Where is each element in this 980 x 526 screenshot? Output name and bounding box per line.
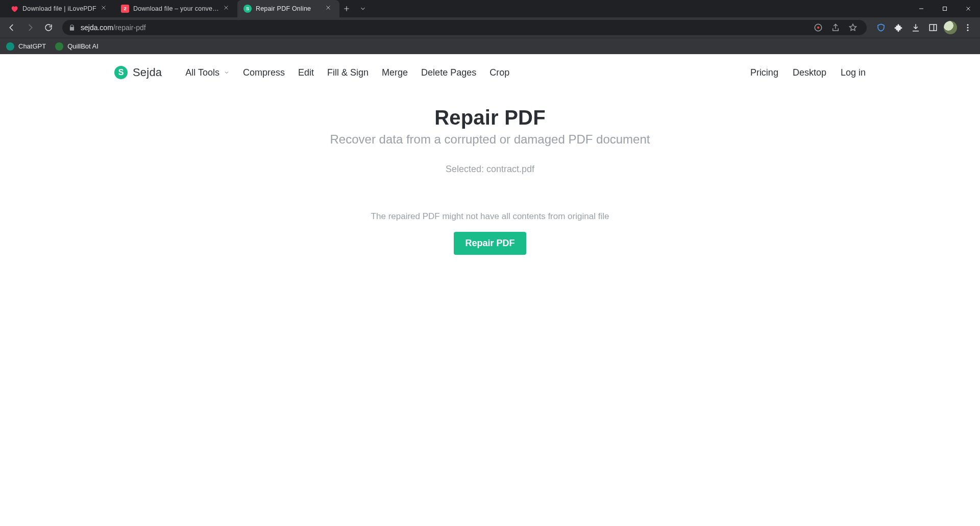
share-icon[interactable] bbox=[828, 20, 843, 35]
window-controls bbox=[910, 0, 980, 17]
svg-text:S: S bbox=[246, 6, 249, 11]
forward-button[interactable] bbox=[22, 20, 38, 35]
bookmarks-bar: ChatGPT QuillBot AI bbox=[0, 38, 980, 54]
close-window-button[interactable] bbox=[957, 0, 980, 17]
nav-desktop[interactable]: Desktop bbox=[793, 67, 826, 78]
url-host: sejda.com bbox=[81, 23, 113, 32]
nav-login[interactable]: Log in bbox=[841, 67, 866, 78]
page-content: S Sejda All Tools Compress Edit Fill & S… bbox=[0, 54, 980, 526]
profile-avatar[interactable] bbox=[942, 19, 959, 36]
svg-point-6 bbox=[817, 27, 820, 29]
svg-point-11 bbox=[967, 30, 969, 31]
svg-rect-7 bbox=[929, 25, 937, 31]
selected-file-label: Selected: contract.pdf bbox=[0, 164, 980, 175]
reload-button[interactable] bbox=[41, 20, 56, 35]
primary-nav: All Tools Compress Edit Fill & Sign Merg… bbox=[185, 67, 509, 78]
heart-icon bbox=[10, 5, 18, 13]
brand-name: Sejda bbox=[133, 66, 162, 79]
cta-row: Repair PDF bbox=[0, 232, 980, 255]
toolbar-right bbox=[873, 19, 976, 36]
nav-merge[interactable]: Merge bbox=[382, 67, 408, 78]
google-lens-icon[interactable] bbox=[811, 20, 826, 35]
address-bar[interactable]: sejda.com/repair-pdf bbox=[62, 20, 867, 35]
extensions-icon[interactable] bbox=[890, 19, 906, 36]
tab-strip: Download file | iLovePDF 2 Download file… bbox=[0, 0, 354, 17]
side-panel-icon[interactable] bbox=[925, 19, 941, 36]
nav-crop[interactable]: Crop bbox=[489, 67, 509, 78]
downloads-icon[interactable] bbox=[908, 19, 924, 36]
sejda-logo-icon: S bbox=[114, 66, 128, 79]
site-header: S Sejda All Tools Compress Edit Fill & S… bbox=[102, 54, 878, 91]
secondary-nav: Pricing Desktop Log in bbox=[750, 67, 866, 78]
nav-edit[interactable]: Edit bbox=[298, 67, 314, 78]
svg-point-10 bbox=[967, 27, 969, 29]
svg-rect-4 bbox=[943, 7, 947, 11]
new-tab-button[interactable] bbox=[339, 0, 354, 17]
sejda-icon: S bbox=[243, 5, 252, 13]
shield-icon[interactable] bbox=[873, 19, 889, 36]
close-icon[interactable] bbox=[325, 5, 333, 13]
bookmark-label: ChatGPT bbox=[18, 42, 46, 50]
window-titlebar: Download file | iLovePDF 2 Download file… bbox=[0, 0, 980, 17]
maximize-button[interactable] bbox=[933, 0, 957, 17]
chevron-down-icon bbox=[224, 69, 230, 76]
tab-title: Repair PDF Online bbox=[256, 5, 321, 12]
brand-logo[interactable]: S Sejda bbox=[114, 66, 162, 79]
bookmark-star-icon[interactable] bbox=[845, 20, 861, 35]
browser-tab[interactable]: 2 Download file – your conversion bbox=[115, 0, 237, 17]
page-title: Repair PDF bbox=[0, 106, 980, 129]
nav-label: All Tools bbox=[185, 67, 219, 78]
chatgpt-icon bbox=[6, 42, 14, 51]
svg-text:2: 2 bbox=[124, 6, 126, 11]
url-path: /repair-pdf bbox=[113, 23, 146, 32]
tab-title: Download file | iLovePDF bbox=[22, 5, 96, 12]
tab-title: Download file – your conversion bbox=[133, 5, 219, 12]
url-text: sejda.com/repair-pdf bbox=[81, 23, 146, 32]
back-button[interactable] bbox=[4, 20, 19, 35]
bookmark-chatgpt[interactable]: ChatGPT bbox=[6, 42, 46, 51]
nav-delete-pages[interactable]: Delete Pages bbox=[421, 67, 476, 78]
nav-compress[interactable]: Compress bbox=[243, 67, 285, 78]
hero: Repair PDF Recover data from a corrupted… bbox=[0, 106, 980, 147]
repair-pdf-button[interactable]: Repair PDF bbox=[454, 232, 526, 255]
tab-search-button[interactable] bbox=[354, 0, 372, 17]
close-icon[interactable] bbox=[223, 5, 231, 13]
browser-tab-active[interactable]: S Repair PDF Online bbox=[237, 0, 339, 17]
svg-point-9 bbox=[967, 24, 969, 26]
browser-tab[interactable]: Download file | iLovePDF bbox=[4, 0, 115, 17]
app-icon: 2 bbox=[121, 5, 129, 13]
bookmark-quillbot[interactable]: QuillBot AI bbox=[55, 42, 99, 51]
bookmark-label: QuillBot AI bbox=[67, 42, 99, 50]
page-subtitle: Recover data from a corrupted or damaged… bbox=[0, 132, 980, 147]
nav-fill-sign[interactable]: Fill & Sign bbox=[327, 67, 369, 78]
quillbot-icon bbox=[55, 42, 63, 51]
nav-all-tools[interactable]: All Tools bbox=[185, 67, 230, 78]
nav-pricing[interactable]: Pricing bbox=[750, 67, 778, 78]
kebab-menu-icon[interactable] bbox=[960, 19, 976, 36]
lock-icon bbox=[68, 24, 76, 31]
browser-toolbar: sejda.com/repair-pdf bbox=[0, 17, 980, 38]
repair-note: The repaired PDF might not have all cont… bbox=[0, 211, 980, 222]
minimize-button[interactable] bbox=[910, 0, 933, 17]
close-icon[interactable] bbox=[101, 5, 109, 13]
